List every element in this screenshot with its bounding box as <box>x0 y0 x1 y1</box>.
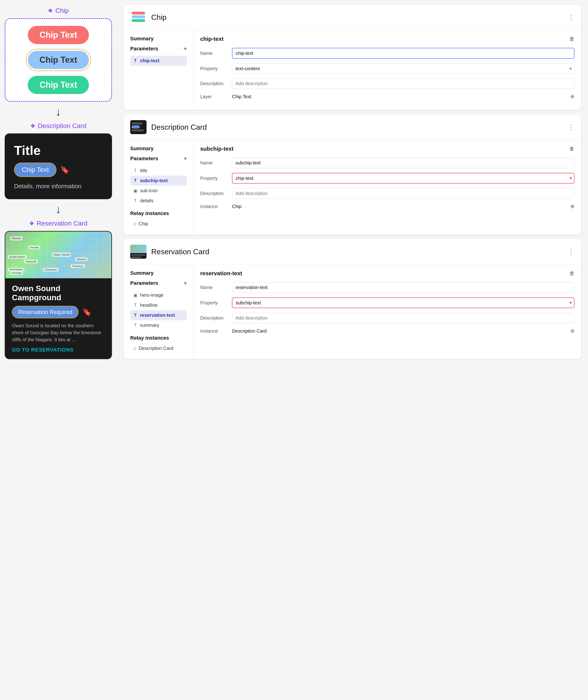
res-param-reservation-text[interactable]: T reservation-text <box>130 310 187 320</box>
arrow-2: ↓ <box>56 204 61 215</box>
res-params-add[interactable]: + <box>184 280 187 286</box>
desc-param-subchip[interactable]: T subchip-text <box>130 176 187 186</box>
desc-name-row: Name <box>200 158 574 168</box>
desc-panel-menu[interactable]: ⋮ <box>568 123 574 131</box>
chip-param-list: T chip-text <box>130 56 187 66</box>
thumb-res-inner <box>130 245 146 259</box>
res-property-select[interactable]: subchip-text <box>232 297 574 308</box>
reservation-panel-card: Reservation Card ⋮ Summary Parameters + … <box>124 239 581 359</box>
res-description-input[interactable] <box>232 313 574 323</box>
res-summary-label: Summary <box>130 270 187 276</box>
res-panel-menu[interactable]: ⋮ <box>568 248 574 256</box>
desc-instance-label: Instance <box>200 204 228 209</box>
res-param-summary-icon: T <box>133 323 138 328</box>
chip-property-wrapper: text-content ▾ <box>232 63 574 74</box>
chip-property-select[interactable]: text-content <box>232 63 574 74</box>
map-label-kemble: Kemble <box>29 246 40 249</box>
chip-panel-menu[interactable]: ⋮ <box>568 14 574 21</box>
map-label-owen-sound: Owen Sound <box>52 253 71 257</box>
desc-relay-chip: ◇ Chip <box>130 219 187 229</box>
desc-left-col: Summary Parameters + T title T subchip-t… <box>124 140 194 234</box>
chip-blue: Chip Text <box>28 51 89 69</box>
diamond-icon-chip: ❖ <box>48 7 53 14</box>
res-param-headline[interactable]: T headline <box>130 300 187 310</box>
chip-left-col: Summary Parameters + T chip-text <box>124 30 194 110</box>
desc-param-list: T title T subchip-text ▣ sub-icon T deta… <box>130 166 187 206</box>
desc-param-details[interactable]: T details <box>130 196 187 206</box>
chip-layer-value: Chip Text <box>232 94 567 99</box>
chip-params-label-row: Parameters + <box>130 45 187 52</box>
desc-panel-header: Description Card ⋮ <box>124 115 581 140</box>
desc-instance-row: Instance Chip ⊕ <box>200 203 574 209</box>
desc-instance-target-icon[interactable]: ⊕ <box>570 203 574 209</box>
desc-param-subchip-icon: T <box>133 178 138 183</box>
desc-params-add[interactable]: + <box>184 155 187 162</box>
map-label-meaford: Meaford <box>75 257 87 261</box>
chip-pink: Chip Text <box>28 26 89 44</box>
svg-line-1 <box>29 232 33 278</box>
res-param-reservation-text-icon: T <box>133 313 138 318</box>
chip-param-T-icon: T <box>133 58 138 63</box>
desc-param-sub-icon[interactable]: ▣ sub-icon <box>130 186 187 196</box>
thumb-chip-inner <box>130 10 146 24</box>
res-property-row: Property subchip-text ▾ <box>200 297 574 308</box>
res-prop-title: reservation-text <box>200 270 242 277</box>
res-param-hero[interactable]: ▣ hero-image <box>130 290 187 300</box>
desc-params-label-row: Parameters + <box>130 155 187 162</box>
chip-layer-target-icon[interactable]: ⊕ <box>570 94 574 100</box>
chip-green: Chip Text <box>28 76 89 94</box>
svg-line-4 <box>5 243 111 246</box>
thumb-res-text-1 <box>131 254 146 256</box>
chip-name-label: Name <box>200 51 228 56</box>
res-instance-label: Instance <box>200 328 228 334</box>
thumb-res-bottom <box>130 253 146 259</box>
desc-chip-row: Chip Text 🔖 <box>14 163 103 177</box>
desc-param-details-icon: T <box>133 198 138 203</box>
go-to-reservations[interactable]: GO TO RESERVATIONS <box>12 347 105 353</box>
map-label-wiarton: Wiarton <box>10 236 22 240</box>
desc-panel-body: Summary Parameters + T title T subchip-t… <box>124 140 581 234</box>
map-label-southampton: Southampton <box>8 268 24 271</box>
desc-param-title-icon: T <box>133 168 138 173</box>
res-instance-target-icon[interactable]: ⊕ <box>570 328 574 334</box>
map-label-hepworth: Hepworth <box>24 260 38 263</box>
thumb-desc-bar-1 <box>132 122 142 124</box>
thumb-desc-chip <box>132 125 140 129</box>
description-card-preview: Title Chip Text 🔖 Details, more informat… <box>5 133 112 199</box>
svg-line-5 <box>80 232 85 278</box>
thumb-chip-red <box>132 12 145 14</box>
left-panel: ❖ Chip Chip Text Chip Text Chip Text ↓ ❖… <box>0 0 117 700</box>
description-card-panel-card: Description Card ⋮ Summary Parameters + … <box>124 115 581 234</box>
desc-name-input[interactable] <box>232 158 574 168</box>
res-property-label: Property <box>200 300 228 306</box>
res-param-hero-icon: ▣ <box>133 293 138 298</box>
desc-property-select[interactable]: chip-text <box>232 173 574 184</box>
arrow-1: ↓ <box>56 106 61 118</box>
res-panel-body: Summary Parameters + ▣ hero-image T head… <box>124 265 581 359</box>
desc-chip: Chip Text <box>14 163 56 177</box>
reservation-chip: Reservation Required <box>12 306 79 318</box>
chip-name-input[interactable] <box>232 48 574 59</box>
res-delete-icon[interactable]: 🗑 <box>569 270 574 276</box>
chip-description-row: Description <box>200 78 574 89</box>
chip-panel-body: Summary Parameters + T chip-text chip-te… <box>124 30 581 110</box>
desc-param-title[interactable]: T title <box>130 166 187 176</box>
res-params-label-row: Parameters + <box>130 280 187 286</box>
reservation-card-section-title: ❖ Reservation Card <box>29 220 87 227</box>
desc-name-label: Name <box>200 160 228 166</box>
chip-param-chip-text[interactable]: T chip-text <box>130 56 187 66</box>
reservation-headline: Owen Sound Campground <box>12 284 105 302</box>
chip-delete-icon[interactable]: 🗑 <box>569 36 574 42</box>
svg-line-2 <box>5 264 111 267</box>
chip-summary-label: Summary <box>130 36 187 42</box>
chip-description-input[interactable] <box>232 78 574 89</box>
thumb-desc-inner <box>130 120 146 134</box>
res-param-summary[interactable]: T summary <box>130 320 187 330</box>
desc-delete-icon[interactable]: 🗑 <box>569 146 574 152</box>
res-name-input[interactable] <box>232 282 574 293</box>
desc-description-input[interactable] <box>232 188 574 199</box>
desc-property-label: Property <box>200 176 228 181</box>
res-relay-desc: ◇ Description Card <box>130 343 187 353</box>
chip-params-add[interactable]: + <box>184 45 187 52</box>
chip-section: ❖ Chip Chip Text Chip Text Chip Text <box>5 7 112 102</box>
